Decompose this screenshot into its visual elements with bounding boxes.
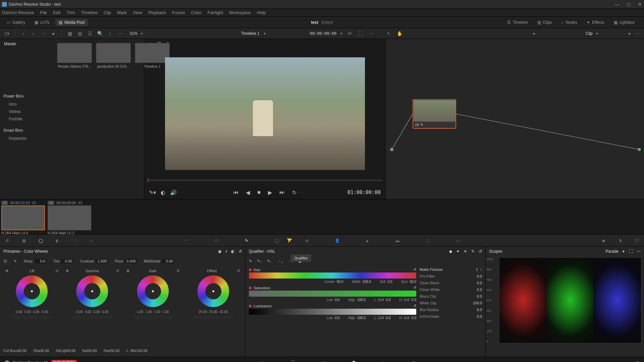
- lift-jog[interactable]: [12, 316, 52, 319]
- viewer-scrubber[interactable]: [144, 180, 385, 186]
- menu-workspace[interactable]: Workspace: [229, 10, 251, 15]
- hue-enable-toggle[interactable]: [249, 268, 252, 271]
- chevron-down-icon[interactable]: ▾: [596, 31, 598, 36]
- offset-color-wheel[interactable]: [197, 275, 229, 307]
- mf-page2[interactable]: 2: [480, 267, 482, 272]
- 3d-icon[interactable]: ▭: [454, 237, 462, 244]
- sort-icon[interactable]: ↕: [107, 30, 113, 37]
- gamma-color-wheel[interactable]: [76, 275, 108, 307]
- picker-add-icon[interactable]: ✎₊: [257, 259, 262, 263]
- tint-value[interactable]: 0.00: [61, 259, 73, 263]
- reset-icon[interactable]: ↺: [176, 269, 179, 273]
- bars-mode-icon[interactable]: ⫴: [225, 249, 227, 254]
- hdr-icon[interactable]: ◐: [54, 237, 61, 244]
- play-button[interactable]: ▶: [268, 189, 272, 196]
- sat-range-bar[interactable]: [249, 291, 416, 297]
- bsm-icon[interactable]: ▲: [364, 237, 371, 244]
- lum-range-bar[interactable]: [249, 309, 416, 315]
- viewer-options-icon[interactable]: ⋯: [368, 30, 375, 37]
- viewer-timecode[interactable]: 00:00:00:00: [310, 31, 336, 36]
- gain-jog[interactable]: [133, 316, 173, 319]
- reset-icon[interactable]: ↺: [479, 249, 482, 254]
- media-clip[interactable]: Timeline 1: [135, 43, 170, 68]
- menu-trim[interactable]: Trim: [67, 10, 75, 15]
- color-wheels-icon[interactable]: ◯: [37, 237, 44, 244]
- gamma-picker-icon[interactable]: ✜: [66, 269, 69, 273]
- maximize-button[interactable]: ◻: [627, 2, 631, 7]
- lum-mode-icon[interactable]: ☀: [464, 249, 467, 254]
- hue-sym[interactable]: 50.0: [410, 280, 416, 284]
- auto-icon[interactable]: Ⓐ: [3, 259, 7, 264]
- prefilter-value[interactable]: 0.0: [477, 274, 482, 278]
- chevron-down-icon[interactable]: ▾: [340, 31, 342, 36]
- reset-icon[interactable]: ↺: [413, 267, 416, 272]
- page-fusion[interactable]: ∞: [321, 359, 325, 362]
- magic-mask-icon[interactable]: 👤: [333, 237, 341, 244]
- reset-icon[interactable]: ↺: [116, 269, 119, 273]
- node-options-icon[interactable]: ⋯: [634, 30, 641, 37]
- hue-center[interactable]: 50.0: [337, 280, 343, 284]
- sat-lsoft[interactable]: 0.0: [386, 298, 391, 302]
- lmix-value[interactable]: 100.00: [136, 349, 148, 353]
- lum-high[interactable]: 100.0: [357, 316, 366, 320]
- motion-effects-icon[interactable]: ▭: [87, 237, 95, 244]
- powerbins-header[interactable]: Power Bins: [3, 94, 47, 99]
- picker-icon[interactable]: ✎▾: [149, 189, 156, 196]
- hue-value[interactable]: 50.00: [110, 349, 120, 353]
- key-icon[interactable]: ▬: [394, 237, 401, 244]
- effects-toggle[interactable]: ✦Effects: [583, 19, 607, 26]
- menu-color[interactable]: Color: [191, 10, 202, 15]
- sat-enable-toggle[interactable]: [249, 287, 252, 289]
- clips-toggle[interactable]: ▥Clips: [534, 19, 555, 26]
- picker-icon[interactable]: ✎: [14, 259, 17, 263]
- next-frame-button[interactable]: ⏭: [279, 189, 285, 195]
- camera-raw-icon[interactable]: ⚙: [3, 237, 11, 244]
- menu-help[interactable]: Help: [257, 10, 266, 15]
- pointer-icon[interactable]: ↖: [385, 30, 392, 37]
- hue-soft[interactable]: 0.0: [388, 280, 392, 284]
- nodes-toggle[interactable]: ⬨Nodes: [558, 19, 581, 26]
- blurradius-value[interactable]: 0.0: [477, 308, 482, 312]
- qualifier-icon[interactable]: ✎: [243, 237, 250, 244]
- bin-videos[interactable]: Videos: [3, 108, 47, 115]
- sat-low[interactable]: 0.0: [335, 298, 339, 302]
- gamma-jog[interactable]: [72, 316, 112, 319]
- menu-mark[interactable]: Mark: [117, 10, 127, 15]
- menu-edit[interactable]: Edit: [53, 10, 60, 15]
- contrast-value[interactable]: 1.000: [96, 259, 108, 263]
- media-clip[interactable]: production ID 519...: [96, 43, 131, 68]
- middetail-value[interactable]: 0.00: [162, 259, 174, 263]
- scopes-toggle-icon[interactable]: ⫴: [616, 237, 624, 244]
- lightbox-toggle[interactable]: ▦Lightbox: [610, 19, 638, 26]
- minimize-button[interactable]: —: [614, 2, 619, 7]
- page-cut[interactable]: ✂: [260, 359, 264, 362]
- reset-icon[interactable]: ↺: [237, 269, 240, 273]
- page-fairlight[interactable]: ♪: [382, 359, 385, 362]
- reset-icon[interactable]: ↺: [55, 269, 58, 273]
- bin-keywords[interactable]: Keywords: [3, 135, 47, 142]
- rgb-mixer-icon[interactable]: ⋮⋮: [70, 237, 78, 244]
- node-graph[interactable]: 01 ✎: [386, 39, 644, 199]
- rgb-mode-icon[interactable]: ✦: [456, 249, 460, 254]
- view-list-icon[interactable]: ☰: [87, 30, 93, 37]
- colboost-value[interactable]: 0.00: [19, 349, 26, 353]
- sizing-icon[interactable]: ⬚: [424, 237, 431, 244]
- chevron-down-icon[interactable]: ▾: [141, 31, 143, 36]
- gain-picker-icon[interactable]: ✜: [126, 269, 129, 273]
- menu-view[interactable]: View: [133, 10, 142, 15]
- log-mode-icon[interactable]: ◐: [231, 249, 234, 254]
- scope-mode[interactable]: Parade: [605, 249, 619, 254]
- lum-lsoft[interactable]: 0.0: [386, 316, 391, 320]
- lum-low[interactable]: 0.0: [335, 316, 339, 320]
- close-button[interactable]: ✕: [638, 2, 642, 7]
- smartbins-header[interactable]: Smart Bins: [3, 128, 47, 133]
- timeline-clip[interactable]: 0200:00:00:00V1 H.264 High L5.2: [48, 201, 91, 233]
- hand-icon[interactable]: ✋: [396, 30, 403, 37]
- luts-toggle[interactable]: ▦LUTs: [31, 19, 53, 26]
- sat-hsoft[interactable]: 0.0: [412, 298, 416, 302]
- menu-clip[interactable]: Clip: [104, 10, 111, 15]
- project-settings-icon[interactable]: ⚙: [636, 360, 639, 362]
- bypass-icon[interactable]: ⟳: [346, 30, 353, 37]
- scope-expand-icon[interactable]: ⛶: [629, 249, 633, 254]
- gallery-toggle[interactable]: ▭Gallery: [3, 19, 29, 26]
